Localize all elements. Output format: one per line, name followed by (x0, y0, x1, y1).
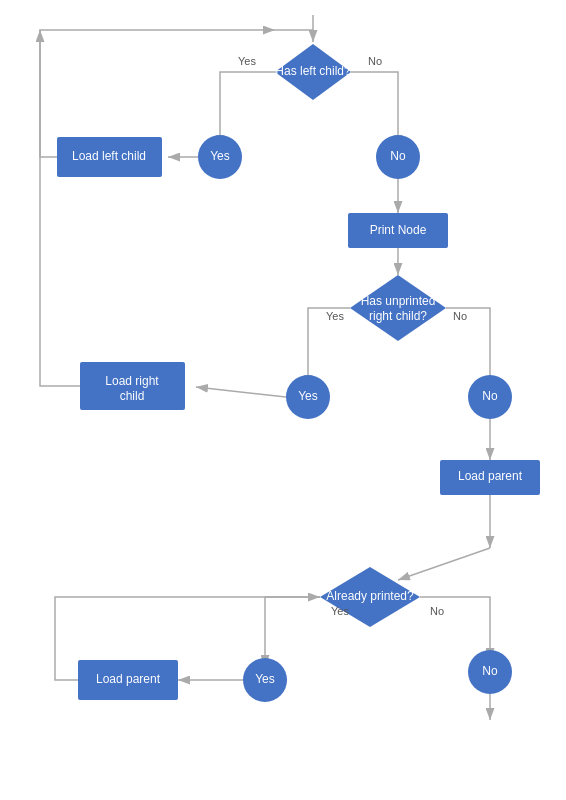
no2-label: No (482, 389, 498, 403)
yes2-label: Yes (298, 389, 318, 403)
no3-arrow-label: No (430, 605, 444, 617)
already-printed-label: Already printed? (326, 589, 414, 603)
flowchart: Has left child? Yes Load left child No P… (0, 0, 566, 800)
no1-label: No (390, 149, 406, 163)
has-left-child-label: Has left child? (275, 64, 351, 78)
load-parent2-label: Load parent (96, 672, 161, 686)
load-left-child-label: Load left child (72, 149, 146, 163)
yes1-arrow-label: Yes (238, 55, 256, 67)
yes3-arrow-label: Yes (331, 605, 349, 617)
has-unprinted-label: Has unprinted (361, 294, 436, 308)
print-node-label: Print Node (370, 223, 427, 237)
load-right-child-label: Load right (105, 374, 159, 388)
yes1-label: Yes (210, 149, 230, 163)
load-right-child-label2: child (120, 389, 145, 403)
no1-arrow-label: No (368, 55, 382, 67)
load-parent-label: Load parent (458, 469, 523, 483)
no2-arrow-label: No (453, 310, 467, 322)
yes2-arrow-label: Yes (326, 310, 344, 322)
yes3-label: Yes (255, 672, 275, 686)
svg-line-7 (196, 387, 286, 397)
no3-label: No (482, 664, 498, 678)
has-unprinted-label2: right child? (369, 309, 427, 323)
